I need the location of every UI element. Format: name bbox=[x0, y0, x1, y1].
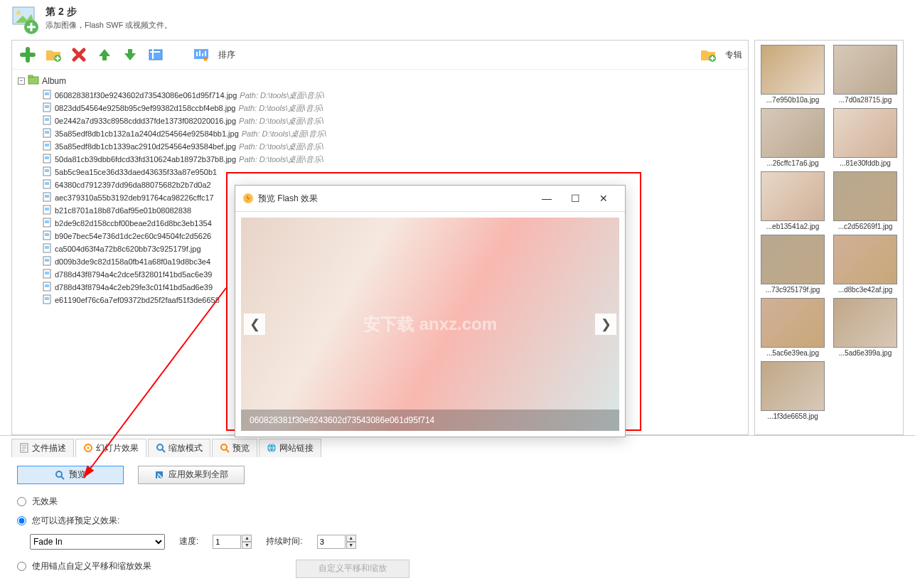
preview-window-title: 预览 Flash 效果 bbox=[258, 193, 533, 205]
thumbnail-item[interactable]: ...c2d56269f1.jpg bbox=[830, 170, 900, 230]
tab-web-link[interactable]: 网站链接 bbox=[259, 439, 321, 457]
thumbnail-item[interactable]: ...26cffc17a6.jpg bbox=[758, 107, 828, 167]
speed-down-icon[interactable]: ▼ bbox=[242, 542, 252, 549]
add-folder-button[interactable] bbox=[43, 45, 63, 65]
file-icon bbox=[42, 102, 52, 114]
thumbnail-image bbox=[761, 361, 825, 411]
add-button[interactable] bbox=[18, 45, 38, 65]
svg-rect-17 bbox=[45, 131, 49, 134]
thumbnail-item[interactable]: ...d8bc3e42af.jpg bbox=[830, 233, 900, 294]
file-toolbar: 排序 专辑 bbox=[12, 41, 748, 70]
thumbnail-image bbox=[761, 298, 825, 348]
thumbnail-image bbox=[761, 171, 825, 221]
svg-rect-33 bbox=[45, 233, 49, 236]
step-header: 第 2 步 添加图像，Flash SWF 或视频文件。 bbox=[0, 0, 915, 40]
file-icon bbox=[42, 205, 52, 216]
tree-file-item[interactable]: 35a85edf8db1cb132a1a2404d254564e92584bb1… bbox=[42, 127, 742, 140]
file-icon bbox=[42, 192, 52, 203]
tree-collapse-icon[interactable]: − bbox=[18, 77, 25, 85]
close-button[interactable]: ✕ bbox=[589, 190, 618, 207]
svg-rect-21 bbox=[45, 156, 49, 159]
file-icon bbox=[42, 179, 52, 191]
speed-label: 速度: bbox=[179, 535, 198, 547]
preview-image: 安下载 anxz.com 060828381f30e9243602d735430… bbox=[241, 218, 619, 431]
annotation-arrow-icon bbox=[34, 281, 240, 487]
thumbnail-item[interactable]: ...5ac6e39ea.jpg bbox=[758, 296, 828, 357]
tree-root-label: Album bbox=[42, 76, 66, 86]
album-button[interactable] bbox=[698, 45, 718, 65]
svg-rect-13 bbox=[45, 105, 49, 108]
thumbnail-label: ...eb13541a2.jpg bbox=[766, 223, 820, 230]
thumbnail-label: ...73c925179f.jpg bbox=[766, 286, 820, 294]
tree-file-item[interactable]: 0823dd54564e9258b95c9ef99382d158ccbf4eb8… bbox=[42, 102, 742, 114]
file-icon bbox=[42, 115, 52, 127]
sort-button[interactable] bbox=[191, 45, 211, 65]
svg-line-51 bbox=[84, 288, 226, 477]
radio-predefined-effect[interactable]: 您可以选择预定义效果: bbox=[17, 515, 898, 527]
thumbnail-item[interactable]: ...81e30fddb.jpg bbox=[830, 107, 900, 167]
move-up-button[interactable] bbox=[95, 45, 114, 65]
prev-image-button[interactable]: ❮ bbox=[244, 314, 265, 335]
sort-label: 排序 bbox=[218, 49, 235, 61]
thumbnail-image bbox=[761, 108, 825, 158]
svg-point-1 bbox=[16, 11, 21, 15]
next-image-button[interactable]: ❯ bbox=[595, 314, 616, 335]
thumbnail-item[interactable]: ...73c925179f.jpg bbox=[758, 233, 828, 294]
effect-select[interactable]: Fade In bbox=[30, 534, 165, 550]
thumbnail-item[interactable]: ...5ad6e399a.jpg bbox=[830, 296, 900, 357]
thumbnail-item[interactable]: ...eb13541a2.jpg bbox=[758, 170, 828, 230]
svg-rect-27 bbox=[45, 195, 49, 198]
custom-pan-zoom-button: 自定义平移和缩放 bbox=[296, 560, 410, 578]
svg-rect-35 bbox=[45, 246, 49, 249]
file-icon bbox=[42, 141, 52, 152]
thumbnail-panel[interactable]: ...7e950b10a.jpg...7d0a28715.jpg...26cff… bbox=[754, 40, 904, 435]
tree-file-item[interactable]: 0e2442a7d933c8958cddd37fde1373f082020016… bbox=[42, 114, 742, 127]
tree-file-item[interactable]: 35a85edf8db1cb1339ac2910d254564e93584bef… bbox=[42, 140, 742, 153]
preview-caption: 060828381f30e9243602d73543086e061d95f714 bbox=[241, 410, 619, 431]
delete-button[interactable] bbox=[69, 45, 89, 65]
folder-icon bbox=[28, 74, 39, 87]
tree-file-item[interactable]: 060828381f30e9243602d73543086e061d95f714… bbox=[42, 89, 742, 102]
thumbnail-item[interactable]: ...7e950b10a.jpg bbox=[758, 43, 828, 104]
crop-button[interactable] bbox=[146, 45, 166, 65]
duration-up-icon[interactable]: ▲ bbox=[346, 535, 356, 542]
thumbnail-image bbox=[833, 45, 897, 95]
svg-rect-15 bbox=[45, 118, 49, 121]
radio-no-effect[interactable]: 无效果 bbox=[17, 496, 898, 508]
thumbnail-label: ...d8bc3e42af.jpg bbox=[838, 286, 893, 294]
preview-window: 预览 Flash 效果 — ☐ ✕ 安下载 anxz.com 060828381… bbox=[235, 185, 626, 437]
tree-file-item[interactable]: 50da81cb39dbb6fdcd33fd310624ab18972b37b8… bbox=[42, 153, 742, 166]
thumbnail-image bbox=[833, 108, 897, 158]
file-icon bbox=[42, 166, 52, 178]
svg-rect-25 bbox=[45, 182, 49, 185]
file-icon bbox=[42, 90, 52, 101]
tree-file-item[interactable]: 5ab5c9ea15ce36d33daed43635f33a87e950b1 bbox=[42, 166, 742, 178]
maximize-button[interactable]: ☐ bbox=[561, 190, 589, 207]
thumbnail-image bbox=[833, 171, 897, 221]
thumbnail-label: ...7d0a28715.jpg bbox=[839, 96, 892, 104]
preview-window-icon bbox=[242, 193, 254, 204]
step-icon bbox=[11, 6, 40, 34]
svg-rect-23 bbox=[45, 169, 49, 172]
thumbnail-image bbox=[833, 298, 897, 348]
speed-up-icon[interactable]: ▲ bbox=[242, 535, 252, 542]
speed-input[interactable] bbox=[213, 535, 241, 549]
thumbnail-label: ...81e30fddb.jpg bbox=[840, 159, 891, 167]
minimize-button[interactable]: — bbox=[533, 190, 561, 207]
duration-down-icon[interactable]: ▼ bbox=[346, 542, 356, 549]
thumbnail-label: ...c2d56269f1.jpg bbox=[838, 223, 893, 230]
album-label: 专辑 bbox=[725, 49, 742, 61]
svg-rect-11 bbox=[45, 92, 49, 95]
move-down-button[interactable] bbox=[120, 45, 140, 65]
file-icon bbox=[42, 269, 52, 280]
radio-anchor-effect[interactable]: 使用锚点自定义平移和缩放效果 bbox=[17, 560, 151, 572]
duration-input[interactable] bbox=[317, 535, 346, 549]
thumbnail-item[interactable]: ...7d0a28715.jpg bbox=[830, 43, 900, 104]
file-icon bbox=[42, 218, 52, 229]
svg-rect-39 bbox=[45, 272, 49, 274]
thumbnail-item[interactable]: ...1f3de6658.jpg bbox=[758, 360, 828, 420]
svg-rect-19 bbox=[45, 144, 49, 146]
thumbnail-label: ...26cffc17a6.jpg bbox=[766, 159, 818, 167]
step-description: 添加图像，Flash SWF 或视频文件。 bbox=[46, 20, 172, 31]
thumbnail-image bbox=[761, 45, 825, 95]
